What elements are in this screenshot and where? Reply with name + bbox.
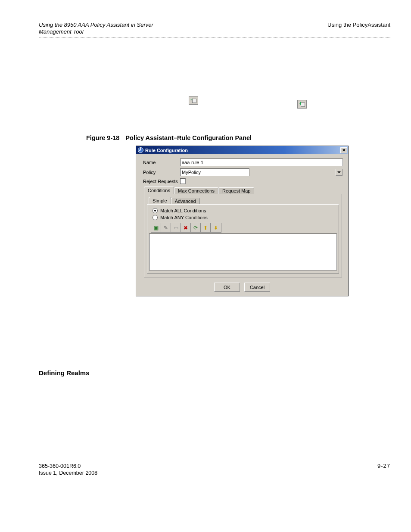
policy-combo-input[interactable] <box>180 168 249 176</box>
tab-conditions[interactable]: Conditions <box>144 187 174 194</box>
insert-icon-visible <box>297 100 307 109</box>
chevron-down-icon[interactable] <box>336 169 342 176</box>
conditions-toolbar: ▣ ✎ ▭ ✖ ⟳ ⬆ ⬇ <box>151 223 221 233</box>
edit-icon[interactable]: ✎ <box>161 223 171 232</box>
tab-request-map[interactable]: Request Map <box>218 187 254 194</box>
footer-rule <box>39 459 390 459</box>
conditions-list[interactable] <box>149 233 337 271</box>
dialog-title: Rule Configuration <box>145 148 188 153</box>
down-icon[interactable]: ⬇ <box>211 223 221 232</box>
tab-advanced[interactable]: Advanced <box>171 198 200 204</box>
dialog-titlebar: Rule Configuration ✕ <box>136 146 348 154</box>
insert-icon <box>189 96 198 105</box>
add-icon[interactable]: ▣ <box>151 223 161 232</box>
header-left: Using the 8950 AAA Policy Assistant in S… <box>39 22 153 36</box>
header-rule <box>39 37 390 38</box>
para-4: When the number of rules reaches 2, the … <box>86 322 390 344</box>
name-input[interactable] <box>180 159 343 166</box>
rule-config-dialog: Rule Configuration ✕ Name Policy Reject … <box>136 146 349 296</box>
refresh-icon[interactable]: ⟳ <box>191 223 201 232</box>
policy-label: Policy <box>143 170 180 175</box>
tab-simple[interactable]: Simple <box>149 197 171 204</box>
radio-match-any[interactable] <box>153 215 158 220</box>
reject-checkbox[interactable] <box>180 178 186 184</box>
para-1: This completes the rule configuration fo… <box>86 77 390 91</box>
page-number: 9-27 <box>377 463 390 469</box>
header-right: Using the PolicyAssistant <box>327 22 390 28</box>
up-icon[interactable]: ⬆ <box>201 223 211 232</box>
reject-label: Reject Requests <box>143 179 180 184</box>
defining-realms-heading: Defining Realms <box>39 369 390 376</box>
name-label: Name <box>143 160 180 165</box>
cancel-button[interactable]: Cancel <box>244 283 270 292</box>
tab-max-connections[interactable]: Max Connections <box>174 187 218 194</box>
radio-match-all-label: Match ALL Conditions <box>160 208 206 213</box>
delete-icon[interactable]: ✖ <box>181 223 191 232</box>
ok-button[interactable]: OK <box>214 283 240 292</box>
para-2: In the Rules section, click the Insert b… <box>86 96 390 112</box>
remove-icon[interactable]: ▭ <box>171 223 181 232</box>
radio-match-any-label: Match ANY Conditions <box>160 215 208 220</box>
close-icon[interactable]: ✕ <box>340 147 347 153</box>
app-icon <box>138 147 143 153</box>
para-3: Keep the Policy Wizard open as it is now… <box>86 303 390 318</box>
figure-number: Figure 9-18 <box>86 134 119 141</box>
para-5: A realm is a part of the user name and i… <box>86 381 390 403</box>
footer-left: 365-360-001R6.0 Issue 1, December 2008 <box>39 463 97 477</box>
para-6: In this section, we will create a rule t… <box>86 407 390 429</box>
figure-title: Policy Assistant–Rule Configuration Pane… <box>125 134 252 141</box>
radio-match-all[interactable] <box>153 208 158 213</box>
